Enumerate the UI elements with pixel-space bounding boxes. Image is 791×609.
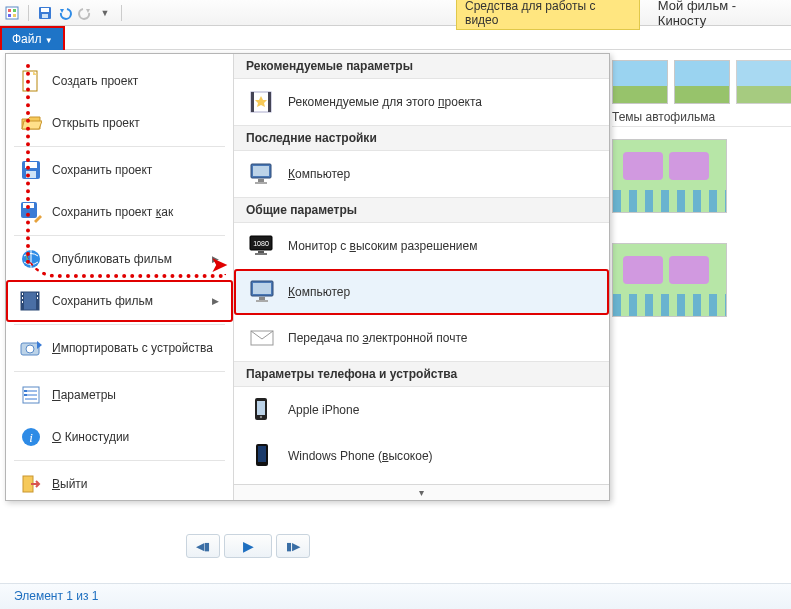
menu-label: Сохранить фильм [52, 294, 153, 308]
opt-email[interactable]: Передача по электронной почте [234, 315, 609, 361]
playback-controls: ◀▮ ▶ ▮▶ [186, 534, 310, 558]
svg-rect-44 [259, 297, 265, 300]
opt-computer-recent[interactable]: Компьютер [234, 151, 609, 197]
theme-thumb[interactable] [612, 60, 668, 104]
theme-thumbnails [612, 54, 791, 108]
separator [121, 5, 122, 21]
opt-label: Windows Phone (высокое) [288, 449, 433, 463]
menu-open-project[interactable]: Открыть проект [6, 102, 233, 144]
svg-rect-36 [258, 179, 264, 182]
document-title: Мой фильм - Киносту [658, 0, 787, 28]
exit-icon [20, 473, 42, 495]
opt-label: Apple iPhone [288, 403, 359, 417]
menu-new-project[interactable]: Создать проект [6, 60, 233, 102]
floppy-icon [20, 159, 42, 181]
menu-save-project-as[interactable]: Сохранить проект как [6, 191, 233, 233]
menu-exit[interactable]: Выйти [6, 463, 233, 505]
camera-import-icon [20, 337, 42, 359]
clip-thumbnail[interactable] [612, 243, 727, 317]
svg-rect-45 [256, 300, 268, 302]
phone-icon [248, 443, 276, 469]
clip-thumbnail[interactable] [612, 139, 727, 213]
document-blank-icon [20, 70, 42, 92]
background-themes-area: Темы автофильма [612, 54, 791, 317]
svg-rect-35 [253, 166, 269, 176]
svg-rect-40 [258, 251, 264, 253]
menu-label: О Киностудии [52, 430, 129, 444]
svg-rect-6 [41, 8, 49, 12]
video-tools-tab[interactable]: Средства для работы с видео [456, 0, 640, 30]
separator [14, 235, 225, 236]
menu-import-device[interactable]: Импортировать с устройства [6, 327, 233, 369]
separator [14, 324, 225, 325]
svg-text:i: i [29, 430, 33, 445]
ribbon-tabs: Файл ▼ [0, 26, 791, 50]
file-menu-right-pane: Рекомендуемые параметры Рекомендуемые дл… [234, 54, 609, 500]
monitor-1080-icon: 1080 [248, 233, 276, 259]
title-bar: ▼ Средства для работы с видео Мой фильм … [0, 0, 791, 26]
svg-rect-32 [251, 92, 254, 112]
group-header-recommended: Рекомендуемые параметры [234, 54, 609, 79]
folder-open-icon [20, 112, 42, 134]
annotation-arrow-icon: ➤ [210, 252, 228, 278]
info-icon: i [20, 426, 42, 448]
qat-dropdown-icon[interactable]: ▼ [97, 4, 113, 22]
theme-thumb[interactable] [674, 60, 730, 104]
svg-rect-48 [257, 401, 265, 415]
svg-rect-51 [258, 446, 266, 462]
svg-rect-19 [22, 297, 23, 299]
separator [28, 5, 29, 21]
svg-rect-33 [268, 92, 271, 112]
save-icon[interactable] [37, 4, 53, 22]
play-button[interactable]: ▶ [224, 534, 272, 558]
separator [14, 460, 225, 461]
group-header-recent: Последние настройки [234, 125, 609, 151]
svg-rect-7 [42, 14, 48, 18]
monitor-icon [248, 279, 276, 305]
opt-label: Компьютер [288, 285, 350, 299]
file-tab[interactable]: Файл ▼ [0, 26, 65, 50]
undo-icon[interactable] [57, 4, 73, 22]
svg-rect-22 [37, 297, 38, 299]
svg-point-24 [26, 345, 34, 353]
opt-label: Компьютер [288, 167, 350, 181]
opt-label: Рекомендуемые для этого проекта [288, 95, 482, 109]
opt-iphone[interactable]: Apple iPhone [234, 387, 609, 433]
opt-label: Монитор с высоким разрешением [288, 239, 477, 253]
opt-computer[interactable]: Компьютер [234, 269, 609, 315]
svg-rect-0 [6, 7, 18, 19]
opt-windows-phone-high[interactable]: Windows Phone (высокое) [234, 433, 609, 479]
svg-rect-26 [24, 390, 27, 392]
svg-rect-21 [37, 293, 38, 295]
annotation-path-vertical [26, 64, 30, 264]
svg-rect-1 [8, 9, 11, 12]
menu-about[interactable]: i О Киностудии [6, 416, 233, 458]
svg-rect-3 [8, 14, 11, 17]
monitor-icon [248, 161, 276, 187]
menu-label: Импортировать с устройства [52, 341, 213, 355]
menu-label: Сохранить проект [52, 163, 152, 177]
svg-rect-4 [13, 14, 16, 17]
menu-save-movie[interactable]: Сохранить фильм [6, 280, 233, 322]
menu-label: Сохранить проект как [52, 205, 173, 219]
theme-thumb[interactable] [736, 60, 791, 104]
menu-label: Создать проект [52, 74, 138, 88]
quick-access-toolbar: ▼ [4, 4, 126, 22]
app-icon [4, 4, 20, 22]
group-header-phone: Параметры телефона и устройства [234, 361, 609, 387]
prev-frame-button[interactable]: ◀▮ [186, 534, 220, 558]
svg-rect-2 [13, 9, 16, 12]
menu-options[interactable]: Параметры [6, 374, 233, 416]
menu-save-project[interactable]: Сохранить проект [6, 149, 233, 191]
svg-rect-18 [22, 293, 23, 295]
separator [14, 371, 225, 372]
svg-rect-20 [22, 301, 23, 303]
next-frame-button[interactable]: ▮▶ [276, 534, 310, 558]
expand-more-button[interactable]: ▾ [234, 484, 609, 500]
opt-hires-monitor[interactable]: 1080 Монитор с высоким разрешением [234, 223, 609, 269]
svg-rect-27 [24, 394, 27, 396]
opt-recommended-project[interactable]: Рекомендуемые для этого проекта [234, 79, 609, 125]
options-icon [20, 384, 42, 406]
group-header-common: Общие параметры [234, 197, 609, 223]
redo-icon[interactable] [77, 4, 93, 22]
